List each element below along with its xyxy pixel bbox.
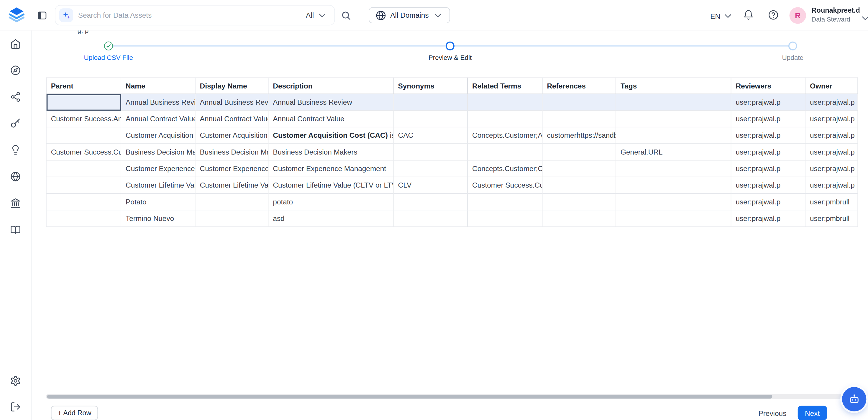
- search-scope-dropdown[interactable]: All: [306, 10, 328, 21]
- app-logo[interactable]: [8, 6, 25, 25]
- cell-display-name[interactable]: Business Decision Ma...: [195, 144, 269, 160]
- domains-filter-dropdown[interactable]: All Domains: [369, 7, 451, 23]
- cell-tags[interactable]: [616, 210, 731, 227]
- cell-owner[interactable]: user:prajwal.p: [805, 127, 858, 144]
- cell-description[interactable]: Customer Lifetime Value (CLTV or LTV) i.…: [268, 177, 393, 193]
- cell-reviewers[interactable]: user:prajwal.p: [731, 110, 805, 127]
- cell-related-terms[interactable]: [467, 94, 542, 110]
- cell-parent[interactable]: [46, 94, 121, 110]
- sidebar-item-domains[interactable]: [10, 171, 21, 182]
- cell-display-name[interactable]: [195, 210, 269, 227]
- cell-description[interactable]: Customer Experience Management: [268, 160, 393, 177]
- cell-owner[interactable]: user:prajwal.p: [805, 110, 858, 127]
- cell-related-terms[interactable]: [467, 144, 542, 160]
- sidebar-toggle-button[interactable]: [37, 10, 48, 21]
- cell-references[interactable]: [542, 144, 616, 160]
- cell-related-terms[interactable]: [467, 193, 542, 210]
- sidebar-item-data-network[interactable]: [10, 91, 21, 102]
- sidebar-item-explore[interactable]: [10, 64, 21, 76]
- sidebar-item-insights[interactable]: [10, 144, 21, 155]
- cell-parent[interactable]: [46, 193, 121, 210]
- sidebar-item-home[interactable]: [10, 38, 21, 49]
- cell-owner[interactable]: user:prajwal.p: [805, 94, 858, 110]
- cell-synonyms[interactable]: [394, 210, 468, 227]
- cell-description[interactable]: asd: [268, 210, 393, 227]
- cell-tags[interactable]: [616, 94, 731, 110]
- cell-synonyms[interactable]: [394, 110, 468, 127]
- cell-reviewers[interactable]: user:prajwal.p: [731, 144, 805, 160]
- next-button[interactable]: Next: [798, 406, 827, 420]
- search-submit-button[interactable]: [340, 10, 351, 21]
- cell-synonyms[interactable]: [394, 144, 468, 160]
- cell-tags[interactable]: [616, 127, 731, 144]
- step-upload-label[interactable]: Upload CSV File: [64, 54, 153, 61]
- cell-references[interactable]: [542, 110, 616, 127]
- cell-parent[interactable]: [46, 160, 121, 177]
- user-menu[interactable]: Rounakpreet.d Data Steward: [812, 6, 860, 23]
- cell-description[interactable]: Annual Business Review: [268, 94, 393, 110]
- previous-button[interactable]: Previous: [754, 406, 791, 420]
- cell-reviewers[interactable]: user:prajwal.p: [731, 160, 805, 177]
- cell-parent[interactable]: [46, 210, 121, 227]
- cell-synonyms[interactable]: [394, 160, 468, 177]
- cell-reviewers[interactable]: user:prajwal.p: [731, 193, 805, 210]
- cell-display-name[interactable]: Customer Acquisition ...: [195, 127, 269, 144]
- notifications-button[interactable]: [743, 9, 754, 21]
- cell-display-name[interactable]: Customer Experience ...: [195, 160, 269, 177]
- scrollbar-thumb[interactable]: [47, 395, 772, 398]
- cell-tags[interactable]: [616, 193, 731, 210]
- cell-reviewers[interactable]: user:prajwal.p: [731, 94, 805, 110]
- chat-bot-button[interactable]: [842, 387, 867, 412]
- cell-tags[interactable]: [616, 177, 731, 193]
- cell-display-name[interactable]: [195, 193, 269, 210]
- cell-display-name[interactable]: Annual Contract Value ...: [195, 110, 269, 127]
- cell-name[interactable]: Business Decision Ma...: [121, 144, 195, 160]
- cell-reviewers[interactable]: user:prajwal.p: [731, 177, 805, 193]
- cell-description[interactable]: Business Decision Makers: [268, 144, 393, 160]
- cell-name[interactable]: Annual Business Review: [121, 94, 195, 110]
- sidebar-item-governance[interactable]: [10, 197, 21, 209]
- cell-references[interactable]: customerhttps://sandb...: [542, 127, 616, 144]
- avatar[interactable]: R: [789, 7, 806, 24]
- cell-name[interactable]: Annual Contract Value: [121, 110, 195, 127]
- cell-name[interactable]: Customer Experience ...: [121, 160, 195, 177]
- language-selector[interactable]: EN: [710, 11, 734, 22]
- add-row-button[interactable]: + Add Row: [51, 406, 98, 420]
- cell-name[interactable]: Customer Acquisition ...: [121, 127, 195, 144]
- cell-owner[interactable]: user:pmbrull: [805, 210, 858, 227]
- cell-display-name[interactable]: Annual Business Revie...: [195, 94, 269, 110]
- cell-reviewers[interactable]: user:prajwal.p: [731, 210, 805, 227]
- cell-references[interactable]: [542, 160, 616, 177]
- cell-tags[interactable]: General.URL: [616, 144, 731, 160]
- cell-parent[interactable]: Customer Success.Cu...: [46, 144, 121, 160]
- sidebar-item-settings[interactable]: [10, 375, 21, 386]
- cell-synonyms[interactable]: CLV: [394, 177, 468, 193]
- cell-related-terms[interactable]: Concepts.Customer;A...: [467, 127, 542, 144]
- cell-references[interactable]: [542, 193, 616, 210]
- cell-related-terms[interactable]: Concepts.Customer;C...: [467, 160, 542, 177]
- cell-tags[interactable]: [616, 110, 731, 127]
- cell-synonyms[interactable]: [394, 94, 468, 110]
- cell-owner[interactable]: user:prajwal.p: [805, 177, 858, 193]
- cell-name[interactable]: Termino Nuevo: [121, 210, 195, 227]
- cell-description[interactable]: Customer Acquisition Cost (CAC) is a ...: [268, 127, 393, 144]
- cell-name[interactable]: Customer Lifetime Value: [121, 177, 195, 193]
- cell-references[interactable]: [542, 177, 616, 193]
- cell-reviewers[interactable]: user:prajwal.p: [731, 127, 805, 144]
- cell-synonyms[interactable]: CAC: [394, 127, 468, 144]
- cell-related-terms[interactable]: Customer Success.Cu...: [467, 177, 542, 193]
- cell-owner[interactable]: user:prajwal.p: [805, 160, 858, 177]
- cell-parent[interactable]: Customer Success.An...: [46, 110, 121, 127]
- cell-parent[interactable]: [46, 127, 121, 144]
- cell-description[interactable]: Annual Contract Value: [268, 110, 393, 127]
- help-button[interactable]: [768, 9, 779, 21]
- search-input[interactable]: [78, 11, 301, 20]
- cell-synonyms[interactable]: [394, 193, 468, 210]
- ai-search-button[interactable]: [59, 8, 73, 22]
- cell-display-name[interactable]: Customer Lifetime Val...: [195, 177, 269, 193]
- cell-tags[interactable]: [616, 160, 731, 177]
- cell-owner[interactable]: user:pmbrull: [805, 193, 858, 210]
- cell-description[interactable]: potato: [268, 193, 393, 210]
- cell-references[interactable]: [542, 94, 616, 110]
- cell-references[interactable]: [542, 210, 616, 227]
